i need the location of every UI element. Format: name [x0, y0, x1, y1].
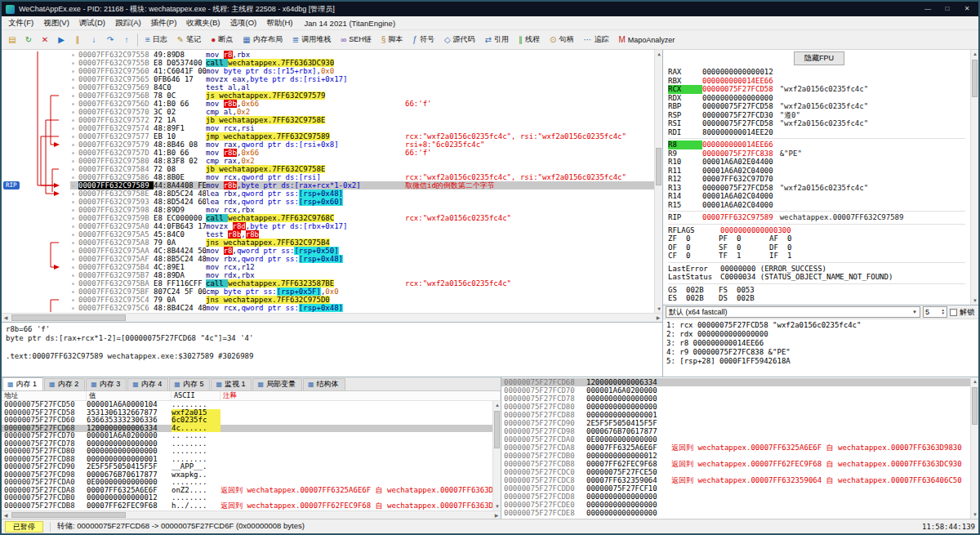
stack-row[interactable]: 00000075F27FCD70000001A6A0200000: [501, 386, 970, 395]
register-row[interactable]: R1300000075F27FCD58"wxf2a0156c0235fc4c": [668, 184, 970, 193]
disasm-row[interactable]: 00007FF632C975AA4C:8B4424 50mov r8,qword…: [70, 247, 654, 255]
stack-vertical-scrollbar[interactable]: ▲ ▼: [970, 377, 978, 519]
register-row[interactable]: RDX0000000000000000: [668, 94, 970, 103]
breakpoint-dot-icon[interactable]: [70, 198, 78, 206]
stack-row[interactable]: 00000075F27FCD980000676B70617877: [501, 427, 970, 435]
scrollbar-track[interactable]: [971, 386, 978, 510]
dump-rows[interactable]: 00000075F27FCD50000001A6A0000104........…: [2, 401, 492, 510]
argument-count-spinner[interactable]: 5 ▲▼: [923, 306, 947, 318]
breakpoint-dot-icon[interactable]: [70, 222, 78, 230]
menu-item[interactable]: 帮助(H): [261, 17, 297, 29]
disasm-row[interactable]: 00007FF632C9759848:89D9mov rcx,rbx: [70, 206, 654, 214]
scrollbar-thumb[interactable]: [972, 60, 978, 97]
flags-row[interactable]: GS002BFS0053: [668, 286, 970, 295]
scroll-up-icon[interactable]: ▲: [493, 401, 501, 409]
tab-memory-3[interactable]: ▦内存 3: [86, 378, 127, 390]
stack-row[interactable]: 00000075F27FCDE80000000000000000: [501, 509, 970, 517]
disasm-row[interactable]: 00007FF632C975C479 0Ajns wechatappex.7FF…: [70, 296, 654, 304]
dump-vertical-scrollbar[interactable]: ▲ ▼: [492, 401, 501, 510]
menu-item[interactable]: 文件(F): [3, 17, 38, 29]
toolbar-mapo-analyzer-button[interactable]: MMapoAnalyzer: [613, 33, 679, 47]
breakpoint-dot-icon[interactable]: [70, 75, 78, 83]
disasm-row[interactable]: 00007FF632C9756041:C6041F 00mov byte ptr…: [70, 67, 654, 75]
scroll-up-icon[interactable]: ▲: [655, 50, 663, 58]
tab-watch-1[interactable]: ▦监视 1: [211, 378, 252, 390]
scrollbar-thumb[interactable]: [11, 512, 126, 518]
stack-row[interactable]: 00000075F27FCD880000000000000001: [501, 411, 970, 419]
menu-item[interactable]: 插件(P): [146, 17, 182, 29]
tab-struct[interactable]: ▦结构体: [303, 378, 345, 390]
flags-row[interactable]: ZF0PF0AF0: [668, 234, 970, 243]
disasm-row[interactable]: 00007FF632C975A545:84C0test r8b,r8b: [70, 230, 654, 239]
toolbar-notes-button[interactable]: ✎笔记: [172, 32, 206, 47]
register-row[interactable]: R1200007FF632C97D70: [668, 175, 970, 184]
breakpoint-dot-icon[interactable]: [70, 247, 78, 255]
registers-vertical-scrollbar[interactable]: ▲ ▼: [970, 50, 978, 305]
toolbar-step-out-button[interactable]: ↑: [118, 32, 135, 48]
stack-row[interactable]: 00000075F27FCD902E5F5F5050415F5F: [501, 419, 970, 427]
minimize-button[interactable]: —: [918, 2, 938, 16]
breakpoint-dot-icon[interactable]: [70, 214, 78, 222]
dump-row[interactable]: 00000075F27FCD6063663533323063366c0235fc: [2, 417, 492, 425]
register-row[interactable]: RCX00000075F27FCD58"wxf2a0156c0235fc4c": [668, 85, 970, 94]
breakpoint-dot-icon[interactable]: [70, 67, 78, 75]
toolbar-threads-button[interactable]: ∥线程: [514, 32, 545, 47]
register-row[interactable]: R1400001A6A02C04000: [668, 192, 970, 201]
disasm-row[interactable]: 00007FF632C975650FB646 17movzx eax,byte …: [70, 75, 654, 83]
stack-rows[interactable]: 00000075F27FCD68120000000000633400000075…: [501, 377, 970, 519]
toolbar-symbols-button[interactable]: ƒ符号: [408, 32, 439, 47]
register-row[interactable]: RSI00000075F27FCD58"wxf2a0156c0235fc4c": [668, 119, 970, 128]
unlock-checkbox[interactable]: 解锁: [950, 307, 976, 318]
scroll-down-icon[interactable]: ▼: [493, 502, 501, 510]
register-row[interactable]: R1100001A6A02C04000: [668, 167, 970, 176]
tab-locals[interactable]: ▦局部变量: [252, 378, 302, 390]
menu-item[interactable]: 视图(V): [38, 17, 74, 29]
dump-horizontal-scrollbar[interactable]: ◀ ▶: [2, 510, 501, 519]
stack-row[interactable]: 00000075F27FCD681200000000006334: [501, 378, 970, 386]
toolbar-open-button[interactable]: ▤: [4, 32, 20, 48]
stack-row[interactable]: 00000075F27FCDB00000000000000012: [501, 452, 970, 460]
scroll-down-icon[interactable]: ▼: [971, 296, 979, 305]
toolbar-stop-button[interactable]: ✕: [37, 32, 53, 48]
register-row[interactable]: R1000001A6A02E04400: [668, 158, 970, 167]
toolbar-memory-map-button[interactable]: ▦内存布局: [238, 32, 287, 47]
disasm-row[interactable]: 00007FF632C9755849:89D8mov r8,rbx: [70, 51, 654, 59]
stack-row[interactable]: 00000075F27FCDD80000000000000000: [501, 493, 970, 501]
stack-row[interactable]: 00000075F27FCD780000000000000000: [501, 395, 970, 403]
disasm-row[interactable]: 00007FF632C9756D41:B0 66mov r8b,0x6666:'…: [70, 100, 654, 108]
toolbar-source-button[interactable]: ◇源代码: [439, 32, 480, 47]
dump-row[interactable]: 00000075F27FCDA00E00000000000000........: [2, 479, 492, 487]
stack-row[interactable]: 00000075F27FCDC800007FF632359064返回到 wech…: [501, 476, 970, 484]
calling-convention-select[interactable]: 默认 (x64 fastcall) ▼: [666, 306, 920, 318]
toolbar-handles-button[interactable]: ⊙句柄: [545, 32, 578, 47]
disassembly-view[interactable]: RIP 00007FF632C9755849:89D8mov r8,rbx000…: [2, 50, 662, 313]
breakpoint-dot-icon[interactable]: [70, 116, 78, 124]
toolbar-step-over-button[interactable]: ↷: [102, 32, 118, 48]
register-row[interactable]: R900000075F27FC838&"PE": [668, 149, 970, 158]
stack-row[interactable]: 00000075F27FCDA00E00000000000000: [501, 435, 970, 444]
disasm-row[interactable]: 00007FF632C9757272 1Ajb wechatappex.7FF6…: [70, 116, 654, 124]
flags-row[interactable]: OF0SF0DF0: [668, 243, 970, 252]
disasm-row[interactable]: 00007FF632C975703C 02cmp al,0x2: [70, 108, 654, 116]
breakpoint-dot-icon[interactable]: [70, 108, 78, 116]
dump-row[interactable]: 00000075F27FCD880000000000000001........: [2, 456, 492, 464]
register-row[interactable]: R1500001A6A02C04000: [668, 201, 970, 210]
scrollbar-thumb[interactable]: [656, 148, 662, 185]
toolbar-log-button[interactable]: ≡日志: [140, 32, 172, 47]
tab-memory-4[interactable]: ▦内存 4: [127, 378, 168, 390]
breakpoint-dot-icon[interactable]: [70, 271, 78, 279]
scrollbar-track[interactable]: [655, 58, 662, 305]
disasm-row[interactable]: 00007FF632C975C648:8B4C24 48mov rcx,qwor…: [70, 304, 654, 312]
scrollbar-track[interactable]: [10, 511, 492, 519]
breakpoint-dot-icon[interactable]: [70, 181, 78, 189]
stack-row[interactable]: 00000075F27FCDA800007FF6325A6E6F返回到 wech…: [501, 444, 970, 452]
call-argument-row[interactable]: 4: r9 00000075F27FC838 &"PE": [666, 348, 975, 357]
stack-row[interactable]: 00000075F27FCDD000000075F27FCF10: [501, 484, 970, 493]
scrollbar-thumb[interactable]: [494, 411, 500, 448]
scrollbar-thumb[interactable]: [972, 387, 978, 425]
dump-row[interactable]: 00000075F27FCD980000676B70617877wxapkg..: [2, 471, 492, 479]
scrollbar-thumb[interactable]: [11, 314, 126, 321]
flags-row[interactable]: ES002BDS002B: [668, 294, 970, 303]
disasm-row[interactable]: 00007FF632C9758E48:8D5C24 48lea rbx,qwor…: [70, 189, 654, 198]
tab-memory-1[interactable]: ▦内存 1: [2, 377, 43, 390]
